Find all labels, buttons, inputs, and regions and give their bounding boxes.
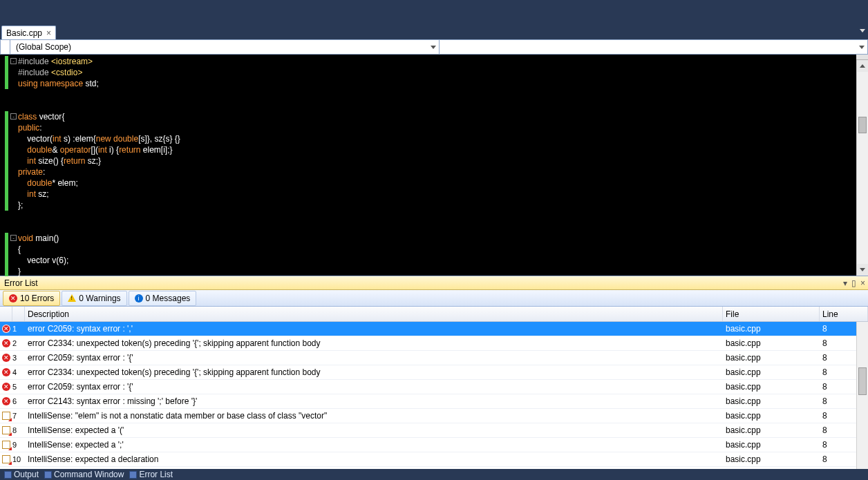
warning-icon xyxy=(68,294,76,302)
error-row-description: error C2143: syntax error : missing ';' … xyxy=(25,394,723,408)
fold-toggle[interactable]: - xyxy=(10,58,17,64)
pin-icon[interactable]: ▯ xyxy=(851,278,856,288)
editor-vertical-scrollbar[interactable] xyxy=(856,55,868,276)
document-tab-strip: Basic.cpp × xyxy=(0,25,868,39)
document-tab-label: Basic.cpp xyxy=(6,28,42,38)
code-content[interactable]: #include <iostream> #include <cstdio> us… xyxy=(18,55,180,276)
tool-window-icon xyxy=(4,471,12,479)
error-row-file: basic.cpp xyxy=(723,409,820,423)
change-indicator xyxy=(5,56,8,89)
scope-dropdown-right[interactable] xyxy=(440,40,868,54)
error-icon: ✕ xyxy=(2,368,10,376)
tool-window-icon xyxy=(44,471,52,479)
close-icon[interactable]: × xyxy=(860,278,865,288)
error-list-toolbar: ✕ 10 Errors 0 Warnings i 0 Messages xyxy=(0,290,868,307)
error-row-description: IntelliSense: expected a '(' xyxy=(25,423,723,437)
error-row-file: basic.cpp xyxy=(723,322,820,336)
code-gutter[interactable]: --- xyxy=(0,55,18,276)
messages-filter-button[interactable]: i 0 Messages xyxy=(129,291,197,306)
error-row-description: error C2059: syntax error : '{' xyxy=(25,380,723,394)
close-icon[interactable]: × xyxy=(46,28,51,38)
error-row[interactable]: ✕4error C2334: unexpected token(s) prece… xyxy=(0,365,868,380)
error-row-number: 6 xyxy=(12,394,25,408)
navigation-scope-bar: (Global Scope) xyxy=(0,39,868,55)
chevron-down-icon xyxy=(431,46,436,49)
scrollbar-thumb[interactable] xyxy=(858,117,867,133)
error-icon: ✕ xyxy=(2,397,10,405)
error-icon: ✕ xyxy=(2,354,10,362)
tool-window-icon xyxy=(129,471,137,479)
error-row-number: 5 xyxy=(12,380,25,394)
column-header-line[interactable]: Line xyxy=(820,307,868,321)
fold-toggle[interactable]: - xyxy=(10,235,17,241)
error-icon: ✕ xyxy=(9,294,17,303)
errors-filter-label: 10 Errors xyxy=(20,294,54,303)
errors-filter-button[interactable]: ✕ 10 Errors xyxy=(3,291,60,306)
error-row-description: error C2334: unexpected token(s) precedi… xyxy=(25,365,723,379)
error-row-number: 10 xyxy=(12,452,25,466)
tool-window-tab[interactable]: Error List xyxy=(129,470,173,479)
error-row-file: basic.cpp xyxy=(723,351,820,365)
tool-window-tab-label: Error List xyxy=(139,470,173,479)
error-grid-scrollbar[interactable] xyxy=(856,322,868,469)
chevron-up-icon xyxy=(860,64,865,68)
fold-toggle[interactable]: - xyxy=(10,113,17,119)
scope-dropdown-left-label: (Global Scope) xyxy=(16,42,71,52)
error-row-number: 8 xyxy=(12,423,25,437)
column-header-file[interactable]: File xyxy=(723,307,820,321)
scroll-down-button[interactable] xyxy=(857,264,868,276)
error-row-description: error C2059: syntax error : ',' xyxy=(25,322,723,336)
error-row-number: 1 xyxy=(12,322,25,336)
error-row-file: basic.cpp xyxy=(723,365,820,379)
tool-window-tab[interactable]: Command Window xyxy=(44,470,124,479)
tool-window-tab-label: Command Window xyxy=(54,470,124,479)
scope-dropdown-left[interactable]: (Global Scope) xyxy=(10,40,440,54)
error-row-number: 3 xyxy=(12,351,25,365)
error-row-file: basic.cpp xyxy=(723,452,820,466)
bottom-tool-window-tabs: OutputCommand WindowError List xyxy=(0,469,868,480)
warnings-filter-button[interactable]: 0 Warnings xyxy=(62,291,126,306)
chevron-down-icon xyxy=(860,268,865,271)
error-list-panel: Error List ▾ ▯ × ✕ 10 Errors 0 Warnings … xyxy=(0,276,868,469)
scrollbar-thumb[interactable] xyxy=(858,367,867,395)
intellisense-icon xyxy=(2,412,10,420)
error-row-file: basic.cpp xyxy=(723,423,820,437)
error-icon: ✕ xyxy=(2,339,10,347)
error-row[interactable]: 8IntelliSense: expected a '('basic.cpp8 xyxy=(0,423,868,438)
error-grid-body[interactable]: ✕1error C2059: syntax error : ','basic.c… xyxy=(0,322,868,469)
tab-strip-dropdown[interactable] xyxy=(860,26,865,34)
error-row-description: IntelliSense: "elem" is not a nonstatic … xyxy=(25,409,723,423)
error-row[interactable]: 7IntelliSense: "elem" is not a nonstatic… xyxy=(0,409,868,423)
column-header-description[interactable]: Description xyxy=(25,307,723,321)
code-editor[interactable]: --- #include <iostream> #include <cstdio… xyxy=(0,55,868,276)
error-row-number: 7 xyxy=(12,409,25,423)
tool-window-tab[interactable]: Output xyxy=(4,470,39,479)
error-row-number: 2 xyxy=(12,336,25,350)
error-row-file: basic.cpp xyxy=(723,336,820,350)
error-row[interactable]: ✕5error C2059: syntax error : '{'basic.c… xyxy=(0,380,868,394)
split-handle[interactable] xyxy=(856,55,868,60)
error-row[interactable]: ✕1error C2059: syntax error : ','basic.c… xyxy=(0,322,868,336)
error-row[interactable]: 9IntelliSense: expected a ';'basic.cpp8 xyxy=(0,438,868,452)
error-row[interactable]: ✕3error C2059: syntax error : '{'basic.c… xyxy=(0,351,868,365)
error-row[interactable]: ✕6error C2143: syntax error : missing ';… xyxy=(0,394,868,409)
window-position-menu-icon[interactable]: ▾ xyxy=(843,278,847,288)
change-indicator xyxy=(5,111,8,211)
error-row-description: IntelliSense: expected a ';' xyxy=(25,438,723,452)
error-grid-header[interactable]: Description File Line xyxy=(0,307,868,322)
error-row-description: error C2334: unexpected token(s) precedi… xyxy=(25,336,723,350)
tool-window-tab-label: Output xyxy=(14,470,39,479)
scope-bar-padding xyxy=(1,40,10,54)
document-tab-basic-cpp[interactable]: Basic.cpp × xyxy=(1,26,56,39)
error-row-file: basic.cpp xyxy=(723,438,820,452)
info-icon: i xyxy=(135,294,143,303)
error-row-file: basic.cpp xyxy=(723,380,820,394)
error-row-file: basic.cpp xyxy=(723,394,820,408)
error-row[interactable]: 10IntelliSense: expected a declarationba… xyxy=(0,452,868,467)
scroll-up-button[interactable] xyxy=(857,60,868,72)
error-icon: ✕ xyxy=(2,325,10,333)
chevron-down-icon xyxy=(860,29,865,32)
error-list-titlebar[interactable]: Error List ▾ ▯ × xyxy=(0,276,868,290)
error-row[interactable]: ✕2error C2334: unexpected token(s) prece… xyxy=(0,336,868,351)
error-row-description: error C2059: syntax error : '{' xyxy=(25,351,723,365)
